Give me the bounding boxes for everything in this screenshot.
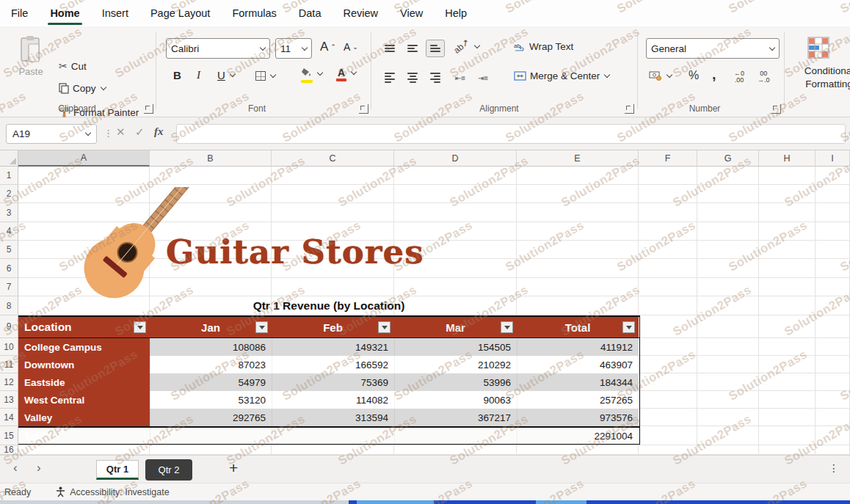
clipboard-dialog-launcher[interactable] [144, 104, 153, 114]
table-header-feb[interactable]: Feb [272, 317, 394, 337]
cell-mar[interactable]: 53996 [394, 373, 517, 391]
conditional-formatting-label[interactable]: Conditional Formatting [794, 65, 850, 91]
center-button[interactable] [403, 69, 422, 87]
column-header-E[interactable]: E [517, 150, 639, 167]
comma-style-button[interactable]: , [712, 66, 716, 83]
next-sheet-icon[interactable]: › [37, 461, 41, 475]
row-header-7[interactable]: 7 [0, 278, 18, 296]
enter-icon[interactable]: ✓ [135, 125, 145, 139]
ribbon-tab-home[interactable]: Home [39, 0, 90, 26]
cell-total-mar[interactable] [394, 428, 517, 444]
column-header-H[interactable]: H [759, 150, 816, 167]
cell-total-total[interactable]: 2291004 [517, 428, 639, 444]
grow-font-button[interactable]: A⌃ [320, 40, 336, 54]
decrease-decimal-button[interactable]: 00→.0 [758, 70, 770, 84]
font-size-select[interactable]: 11 [275, 38, 312, 59]
cell-mar[interactable]: 367217 [394, 409, 517, 426]
cell-total[interactable]: 973576 [517, 409, 639, 426]
row-header-8[interactable]: 8 [0, 296, 18, 315]
sheet-tab-qtr-2[interactable]: Qtr 2 [145, 459, 192, 481]
row-header-15[interactable]: 15 [0, 426, 18, 445]
number-dialog-launcher[interactable] [771, 104, 781, 114]
bottom-align-button[interactable] [426, 40, 445, 57]
increase-decimal-button[interactable]: ←0.00 [734, 70, 744, 84]
filter-dropdown-icon[interactable] [501, 321, 513, 333]
cell-total[interactable]: 411912 [517, 338, 639, 356]
cell-mar[interactable]: 154505 [394, 338, 517, 356]
cell-feb[interactable]: 75369 [272, 373, 394, 391]
fill-color-button[interactable] [301, 67, 322, 79]
cell-jan[interactable]: 292765 [150, 409, 272, 426]
new-sheet-button[interactable]: + [229, 459, 238, 477]
top-align-button[interactable] [380, 40, 399, 57]
accessibility-status[interactable]: Accessibility: Investigate [56, 486, 169, 497]
font-dialog-launcher[interactable] [359, 104, 368, 114]
cell-total[interactable]: 257265 [517, 391, 639, 409]
filter-dropdown-icon[interactable] [622, 321, 635, 333]
cell-feb[interactable]: 149321 [272, 338, 394, 356]
orientation-button[interactable]: ab↗ [453, 41, 479, 51]
formula-bar-handle[interactable]: ⋮ [103, 128, 113, 139]
ribbon-tab-insert[interactable]: Insert [91, 0, 139, 26]
cell-total[interactable]: 463907 [517, 356, 639, 373]
ribbon-tab-review[interactable]: Review [332, 0, 389, 26]
row-header-4[interactable]: 4 [0, 222, 18, 241]
font-name-select[interactable]: Calibri [166, 38, 270, 59]
increase-indent-button[interactable]: ⇥≡ [473, 69, 493, 87]
table-header-location[interactable]: Location [18, 317, 150, 337]
align-right-button[interactable] [426, 69, 445, 87]
row-header-1[interactable]: 1 [0, 167, 18, 185]
column-header-D[interactable]: D [394, 150, 517, 167]
cell-location[interactable]: College Campus [18, 338, 150, 356]
row-header-14[interactable]: 14 [0, 409, 18, 426]
borders-button[interactable] [255, 71, 275, 81]
cell-total[interactable]: 184344 [517, 373, 639, 391]
cell-jan[interactable]: 108086 [150, 338, 272, 356]
cell-mar[interactable]: 90063 [394, 391, 517, 409]
select-all-corner[interactable] [0, 150, 18, 167]
insert-function-icon[interactable]: fx [154, 125, 164, 138]
italic-button[interactable]: I [197, 69, 200, 81]
cell-location[interactable]: Downtown [18, 356, 150, 373]
font-color-button[interactable]: A [336, 67, 356, 79]
percent-style-button[interactable]: % [689, 69, 699, 82]
cell-jan[interactable]: 87023 [150, 356, 272, 373]
cancel-icon[interactable]: ✕ [116, 125, 126, 139]
cell-location[interactable]: Eastside [18, 373, 150, 391]
column-header-B[interactable]: B [150, 150, 272, 167]
accounting-format-button[interactable] [649, 70, 672, 81]
sheet-tab-qtr-1[interactable]: Qtr 1 [96, 460, 139, 480]
video-progress-bar[interactable] [0, 500, 850, 504]
ribbon-tab-help[interactable]: Help [434, 0, 478, 26]
bold-button[interactable]: B [173, 69, 181, 81]
row-header-2[interactable]: 2 [0, 185, 18, 203]
table-header-jan[interactable]: Jan [150, 317, 272, 337]
middle-align-button[interactable] [403, 40, 422, 57]
cell-total-jan[interactable] [150, 428, 272, 444]
ribbon-tab-file[interactable]: File [0, 0, 39, 26]
cell-mar[interactable]: 210292 [394, 356, 517, 373]
wrap-text-button[interactable]: ab Wrap Text [514, 41, 573, 52]
row-header-10[interactable]: 10 [0, 338, 18, 356]
number-format-select[interactable]: General [646, 38, 780, 59]
cell-jan[interactable]: 54979 [150, 373, 272, 391]
row-header-5[interactable]: 5 [0, 241, 18, 259]
row-header-13[interactable]: 13 [0, 391, 18, 409]
logo-text[interactable]: Guitar Stores [166, 233, 424, 271]
ribbon-tab-page-layout[interactable]: Page Layout [139, 0, 221, 26]
row-header-11[interactable]: 11 [0, 356, 18, 373]
align-left-button[interactable] [380, 69, 399, 87]
row-header-9[interactable]: 9 [0, 315, 18, 338]
filter-dropdown-icon[interactable] [255, 321, 268, 333]
cell-feb[interactable]: 166592 [272, 356, 394, 373]
cell-location[interactable]: Valley [18, 409, 150, 426]
copy-button[interactable]: Copy [59, 83, 106, 94]
cell-total-feb[interactable] [272, 428, 394, 444]
column-header-G[interactable]: G [697, 150, 759, 167]
name-box[interactable]: A19 [6, 124, 97, 144]
cell-feb[interactable]: 313594 [272, 409, 394, 426]
alignment-dialog-launcher[interactable] [625, 104, 634, 114]
decrease-indent-button[interactable]: ⇤≡ [451, 69, 470, 87]
shrink-font-button[interactable]: A⌄ [344, 41, 358, 53]
ribbon-tab-data[interactable]: Data [288, 0, 333, 26]
